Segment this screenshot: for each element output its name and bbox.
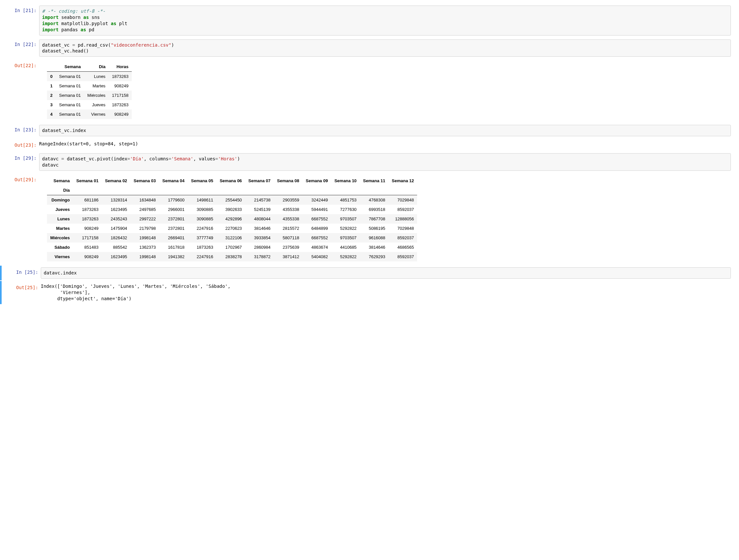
table-row: Martes9082491475904217979823728012247916… <box>47 224 417 233</box>
cell-body: datavc = dataset_vc.pivot(index='Día', c… <box>39 153 737 171</box>
code-input[interactable]: # -*- coding: utf-8 -*- import seaborn a… <box>39 6 731 35</box>
dataframe-pivot: Semana Semana 01 Semana 02 Semana 03 Sem… <box>47 176 417 261</box>
table-row: Domingo681186132831416348481779600149861… <box>47 195 417 205</box>
cell-body: datavc.index <box>41 267 737 279</box>
cell-body: Semana Día Horas 0Semana 01Lunes18732631… <box>39 61 737 121</box>
cell-body: dataset_vc.index <box>39 125 737 136</box>
in-prompt: In [22]: <box>0 39 39 57</box>
cell-22-out: Out[22]: Semana Día Horas 0Semana 01Lune… <box>0 59 739 123</box>
out-prompt: Out[22]: <box>0 61 39 121</box>
output-text: Index(['Domingo', 'Jueves', 'Lunes', 'Ma… <box>41 283 731 303</box>
cell-29-out: Out[29]: Semana Semana 01 Semana 02 Sema… <box>0 173 739 265</box>
cell-body: Index(['Domingo', 'Jueves', 'Lunes', 'Ma… <box>41 283 737 303</box>
code-input[interactable]: datavc.index <box>41 267 731 279</box>
table-row: 3Semana 01Jueves1873263 <box>47 100 132 110</box>
table-row: 0Semana 01Lunes1873263 <box>47 72 132 81</box>
table-row: Lunes18732632435243299722223728013090885… <box>47 214 417 224</box>
in-prompt: In [21]: <box>0 6 39 35</box>
table-row: Viernes908249162349519981481941382224791… <box>47 252 417 261</box>
cell-body: RangeIndex(start=0, stop=84, step=1) <box>39 140 737 149</box>
code-input[interactable]: dataset_vc.index <box>39 125 731 136</box>
cell-body: dataset_vc = pd.read_csv("videoconferenc… <box>39 39 737 57</box>
table-row: 1Semana 01Martes908249 <box>47 81 132 90</box>
comment: # -*- coding: utf-8 -*- <box>42 8 105 14</box>
output-text: RangeIndex(start=0, stop=84, step=1) <box>39 140 731 148</box>
dataframe-head: Semana Día Horas 0Semana 01Lunes18732631… <box>47 62 132 119</box>
cell-body: Semana Semana 01 Semana 02 Semana 03 Sem… <box>39 175 737 263</box>
cell-body: # -*- coding: utf-8 -*- import seaborn a… <box>39 6 737 35</box>
table-header-row: Semana Día Horas <box>47 62 132 72</box>
cell-21[interactable]: In [21]: # -*- coding: utf-8 -*- import … <box>0 4 739 37</box>
cell-25-out: Out[25]: Index(['Domingo', 'Jueves', 'Lu… <box>0 281 739 304</box>
pivot-idx-header: Día <box>47 185 417 195</box>
table-row: Jueves1873263162349524976852966001309088… <box>47 205 417 214</box>
cell-25-in[interactable]: In [25]: datavc.index <box>0 266 739 280</box>
out-prompt: Out[25]: <box>2 283 41 303</box>
code-input[interactable]: dataset_vc = pd.read_csv("videoconferenc… <box>39 39 731 57</box>
out-prompt: Out[29]: <box>0 175 39 263</box>
cell-22-in[interactable]: In [22]: dataset_vc = pd.read_csv("video… <box>0 38 739 59</box>
pivot-col-header: Semana Semana 01 Semana 02 Semana 03 Sem… <box>47 176 417 185</box>
table-row: 4Semana 01Viernes908249 <box>47 110 132 119</box>
cell-29-in[interactable]: In [29]: datavc = dataset_vc.pivot(index… <box>0 152 739 172</box>
code-input[interactable]: datavc = dataset_vc.pivot(index='Día', c… <box>39 153 731 171</box>
in-prompt: In [29]: <box>0 153 39 171</box>
in-prompt: In [23]: <box>0 125 39 136</box>
in-prompt: In [25]: <box>2 267 41 279</box>
table-row: Miércoles1717158182643219981482669401377… <box>47 233 417 242</box>
cell-23-in[interactable]: In [23]: dataset_vc.index <box>0 123 739 138</box>
out-prompt: Out[23]: <box>0 140 39 149</box>
table-row: Sábado8514838855421362373161781818732631… <box>47 242 417 252</box>
cell-23-out: Out[23]: RangeIndex(start=0, stop=84, st… <box>0 139 739 151</box>
table-row: 2Semana 01Miércoles1717158 <box>47 90 132 100</box>
kw: import <box>42 15 59 20</box>
